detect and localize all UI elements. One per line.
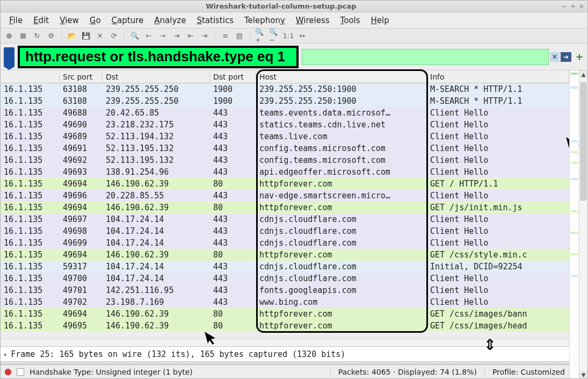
scroll-up-icon[interactable]: ▲ bbox=[579, 70, 587, 78]
table-row[interactable]: 16.1.1354969023.218.232.175443statics.te… bbox=[1, 119, 569, 131]
table-row[interactable]: 16.1.1354968820.42.65.85443teams.events.… bbox=[1, 107, 569, 119]
table-row[interactable]: 16.1.13549694146.190.62.3980httpforever.… bbox=[1, 249, 569, 261]
cell-sport: 49701 bbox=[60, 284, 103, 296]
cell-info: Client Hello bbox=[427, 142, 569, 154]
menu-edit[interactable]: Edit bbox=[29, 14, 53, 27]
toolbar-find-icon[interactable]: 🔍 bbox=[129, 31, 140, 41]
table-row[interactable]: 16.1.13559317104.17.24.14443cdnjs.cloudf… bbox=[1, 261, 569, 273]
filter-add-button[interactable]: + bbox=[575, 52, 584, 62]
menu-telephony[interactable]: Telephony bbox=[240, 14, 289, 27]
packet-list[interactable]: Src port Dst Dst port Host Info 16.1.135… bbox=[1, 70, 569, 339]
toolbar-reload-icon[interactable]: ⟳ bbox=[108, 31, 119, 41]
table-row[interactable]: 16.1.13549694146.190.62.3980httpforever.… bbox=[1, 202, 569, 213]
app-window: Wireshark-tutorial-column-setup.pcap − +… bbox=[0, 0, 588, 379]
table-row[interactable]: 16.1.13549698104.17.24.14443cdnjs.cloudf… bbox=[1, 225, 569, 237]
menu-file[interactable]: File bbox=[5, 14, 27, 27]
toolbar-start-capture-icon[interactable] bbox=[4, 31, 14, 41]
cell-info: GET /css/style.min.c bbox=[427, 249, 569, 261]
filter-bookmark-icon[interactable] bbox=[4, 47, 14, 67]
toolbar-goto-icon[interactable]: ⇥ bbox=[171, 31, 182, 41]
expert-info-icon[interactable] bbox=[5, 369, 11, 375]
scroll-down-icon[interactable]: ▼ bbox=[579, 371, 587, 378]
toolbar-last-icon[interactable]: ⇥ bbox=[199, 31, 210, 41]
packet-minimap[interactable] bbox=[569, 70, 579, 378]
table-row[interactable]: 16.1.13549695146.190.62.3980httpforever.… bbox=[1, 320, 569, 332]
cell-src: 16.1.135 bbox=[1, 284, 60, 296]
vertical-scrollbar[interactable]: ▲ ▼ bbox=[579, 70, 587, 378]
cell-host: cdnjs.cloudflare.com bbox=[256, 213, 427, 225]
col-header-dport[interactable]: Dst port bbox=[210, 70, 256, 83]
toolbar-resize-columns-icon[interactable]: ↔ bbox=[297, 31, 308, 41]
filter-apply-button[interactable]: ➔ bbox=[561, 52, 571, 62]
cell-dport: 80 bbox=[210, 308, 256, 320]
toolbar-restart-icon[interactable]: ↻ bbox=[32, 31, 42, 41]
table-row[interactable]: 16.1.13549697104.17.24.14443cdnjs.cloudf… bbox=[1, 213, 569, 225]
toolbar-open-icon[interactable]: 📂 bbox=[67, 31, 77, 41]
col-header-sport[interactable]: Src port bbox=[60, 70, 103, 83]
table-row[interactable]: 16.1.13549699104.17.24.14443cdnjs.cloudf… bbox=[1, 237, 569, 249]
cell-src: 16.1.135 bbox=[1, 296, 60, 308]
table-row[interactable]: 16.1.13549694146.190.62.3980httpforever.… bbox=[1, 178, 569, 190]
table-row[interactable]: 16.1.1354969252.113.195.132443config.tea… bbox=[1, 154, 569, 166]
cell-info: Client Hello bbox=[427, 296, 569, 308]
window-close-button[interactable]: × bbox=[579, 3, 584, 10]
display-filter-input[interactable]: http.request or tls.handshake.type eq 1 bbox=[18, 46, 299, 68]
toolbar-zoom-reset-icon[interactable]: 1:1 bbox=[283, 31, 294, 41]
edit-capture-comment-icon[interactable] bbox=[17, 368, 24, 376]
menu-capture[interactable]: Capture bbox=[107, 14, 148, 27]
titlebar[interactable]: Wireshark-tutorial-column-setup.pcap − +… bbox=[1, 1, 587, 12]
menu-wireless[interactable]: Wireless bbox=[292, 14, 334, 27]
table-row[interactable]: 16.1.1354969620.228.85.55443nav-edge.sma… bbox=[1, 190, 569, 202]
toolbar-zoom-in-icon[interactable]: 🔍+ bbox=[255, 31, 266, 41]
packet-details-pane[interactable]: ▸ Frame 25: 165 bytes on wire (132 its),… bbox=[1, 346, 569, 361]
menu-go[interactable]: Go bbox=[85, 14, 105, 27]
menu-view[interactable]: View bbox=[55, 14, 83, 27]
table-row[interactable]: 16.1.13563108239.255.255.2501900239.255.… bbox=[1, 83, 569, 95]
toolbar-autoscroll-icon[interactable]: ≡ bbox=[220, 31, 231, 41]
window-max-button[interactable]: + bbox=[570, 3, 576, 10]
toolbar-forward-icon[interactable]: → bbox=[157, 31, 168, 41]
separator bbox=[215, 31, 215, 41]
toolbar-back-icon[interactable]: ← bbox=[143, 31, 154, 41]
cell-info: GET /js/init.min.js bbox=[427, 202, 569, 213]
scroll-thumb[interactable] bbox=[580, 82, 586, 201]
table-row[interactable]: 16.1.1354969152.113.195.132443config.tea… bbox=[1, 142, 569, 154]
menu-tools[interactable]: Tools bbox=[336, 14, 365, 27]
toolbar-first-icon[interactable]: ⇤ bbox=[185, 31, 196, 41]
packet-list-body[interactable]: 16.1.13563108239.255.255.2501900239.255.… bbox=[1, 83, 569, 339]
scroll-track[interactable] bbox=[579, 78, 587, 371]
toolbar-zoom-out-icon[interactable]: 🔍− bbox=[269, 31, 280, 41]
toolbar-colorize-icon[interactable]: ▤ bbox=[234, 31, 245, 41]
toolbar-close-icon[interactable]: ✕ bbox=[95, 31, 105, 41]
toolbar-stop-capture-icon[interactable] bbox=[18, 31, 28, 41]
status-profile[interactable]: Profile: Customized bbox=[492, 368, 565, 376]
table-row[interactable]: 16.1.13549701142.251.116.95443fonts.goog… bbox=[1, 284, 569, 296]
col-header-dst[interactable]: Dst bbox=[103, 70, 210, 83]
toolbar-save-icon[interactable]: 💾 bbox=[81, 31, 91, 41]
table-row[interactable]: 16.1.1354970223.198.7.169443www.bing.com… bbox=[1, 296, 569, 308]
expand-triangle-icon[interactable]: ▸ bbox=[4, 351, 8, 358]
col-header-src[interactable] bbox=[1, 70, 60, 83]
menu-statistics[interactable]: Statistics bbox=[192, 14, 238, 27]
cell-src: 16.1.135 bbox=[1, 142, 60, 154]
window-min-button[interactable]: − bbox=[562, 3, 567, 10]
table-row[interactable]: 16.1.13549694146.190.62.3980httpforever.… bbox=[1, 308, 569, 320]
toolbar-options-icon[interactable]: ⚙ bbox=[46, 31, 56, 41]
menu-help[interactable]: Help bbox=[367, 14, 394, 27]
cell-info: Client Hello bbox=[427, 154, 569, 166]
filter-clear-button[interactable]: ✕ bbox=[550, 52, 560, 62]
cell-src: 16.1.135 bbox=[1, 225, 60, 237]
cell-dport: 443 bbox=[210, 119, 256, 131]
table-row[interactable]: 16.1.1354968952.113.194.132443teams.live… bbox=[1, 131, 569, 142]
col-header-info[interactable]: Info bbox=[427, 70, 569, 83]
horizontal-scrollbar[interactable] bbox=[1, 339, 569, 346]
table-row[interactable]: 16.1.13563108239.255.255.2501900239.255.… bbox=[1, 95, 569, 107]
table-row[interactable]: 16.1.13549700104.17.24.14443cdnjs.cloudf… bbox=[1, 273, 569, 284]
cell-info: Client Hello bbox=[427, 190, 569, 202]
cell-src: 16.1.135 bbox=[1, 249, 60, 261]
table-row[interactable]: 16.1.13549693138.91.254.96443api.edgeoff… bbox=[1, 166, 569, 178]
svg-point-0 bbox=[6, 33, 12, 39]
menu-analyze[interactable]: Analyze bbox=[150, 14, 190, 27]
packet-list-header[interactable]: Src port Dst Dst port Host Info bbox=[1, 70, 569, 83]
col-header-host[interactable]: Host bbox=[256, 70, 427, 83]
